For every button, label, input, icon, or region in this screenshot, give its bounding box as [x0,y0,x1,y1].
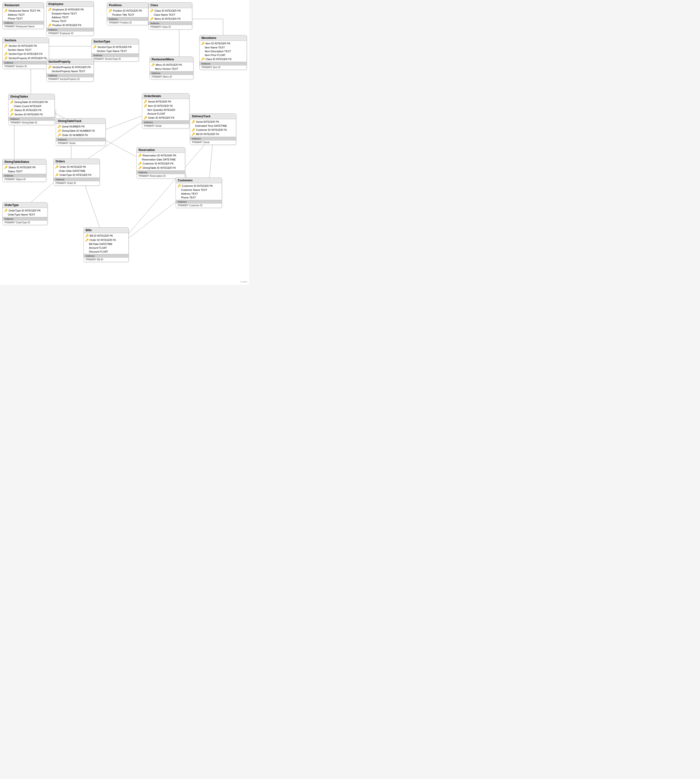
table-row: 🔑Order ID INTEGER PK [53,165,100,169]
indexes-label: Indexes [84,254,128,258]
key-icon: 🔑 [138,166,142,170]
indexes-value: PRIMARY Restaurant Name [3,25,44,29]
table-row: 🔑Section ID INTEGER FK [8,112,54,117]
table-row: 🔑Class ID INTEGER FK [200,57,247,61]
table-row: Phone TEXT [47,19,93,23]
key-icon: 🔑 [57,129,61,132]
entity-bills-header: Bills [84,228,128,233]
entity-orders: Orders 🔑Order ID INTEGER PK Order Date D… [53,158,100,185]
indexes-label: Indexes [148,22,192,25]
key-icon: 🔑 [143,104,147,108]
key-icon: 🔑 [138,154,142,157]
entity-menuitems-body: 🔑Item ID INTEGER PK Item Name TEXT Item … [200,41,247,62]
entity-reservation-body: 🔑Reservation ID INTEGER PK Reservation D… [137,153,185,170]
indexes-label: Indexes [150,71,193,75]
key-icon: 🔑 [138,162,142,165]
table-row: 🔑Reservation ID INTEGER PK [137,153,185,158]
key-icon: 🔑 [4,52,8,55]
entity-deliverytrack-header: DeliveryTrack [190,114,236,119]
diagram-canvas: Restaurant 🔑Restaurant Name TEXT PK Addr… [0,0,249,285]
table-row: Phone TEXT [3,17,44,20]
key-icon: 🔑 [4,44,8,47]
indexes-value: PRIMARY DiningTable ID [8,121,54,125]
key-icon: 🔑 [177,184,181,187]
indexes-label: Indexes [142,120,189,124]
table-row: 🔑Customer ID INTEGER FK [137,162,185,166]
indexes-value: PRIMARY Serial [56,142,105,145]
entity-reservation-header: Reservation [137,147,185,153]
table-row: Section Type Name TEXT [92,49,138,53]
table-row: Emplyee Name TEXT [47,12,93,15]
key-icon: 🔑 [192,120,195,123]
indexes-value: PRIMARY Employee ID [47,32,93,36]
table-row: 🔑DiningTable ID NUMBER FK [56,128,105,133]
entity-restaurant: Restaurant 🔑Restaurant Name TEXT PK Addr… [2,2,44,29]
entity-sectiontype-body: 🔑SectionType ID INTEGER PK Section Type … [92,44,138,53]
table-row: 🔑SectionProperty ID INTEGER FK [3,56,48,60]
entity-deliverytrack-body: 🔑Serial INTEGER PK Estimated Time DATETI… [190,119,236,137]
key-icon: 🔑 [192,132,195,136]
indexes-value: PRIMARY Serial [142,124,189,128]
entity-sectiontype: SectionType 🔑SectionType ID INTEGER PK S… [92,39,139,62]
key-icon: 🔑 [151,63,155,67]
table-row: Address TEXT [47,15,93,19]
key-icon: 🔑 [4,57,8,60]
table-row: Amount FLOAT [84,246,128,250]
entity-ordertype-header: OrderType [3,202,47,208]
key-icon: 🔑 [85,238,89,242]
table-row: Estimated Time DATETIME [190,124,236,128]
entity-class-header: Class [148,3,192,8]
table-row: 🔑SectionType ID INTEGER PK [92,45,138,49]
key-icon: 🔑 [57,125,61,128]
table-row: 🔑Bill ID INTEGER PK [84,234,128,238]
indexes-label: Indexes [3,174,46,178]
indexes-value: PRIMARY SectionType ID [92,57,138,61]
entity-sections: Sections 🔑Section ID INTEGER PK Section … [2,37,49,69]
key-icon: 🔑 [143,100,147,103]
entity-employees-header: Employees [47,2,93,7]
indexes-label: Indexes [200,62,247,65]
indexes-value: PRIMARY Order ID [53,181,100,185]
key-icon: 🔑 [10,100,13,104]
table-row: Address TEXT [176,192,222,195]
table-row: Address TEXT [3,13,44,17]
entity-reservation: Reservation 🔑Reservation ID INTEGER PK R… [137,147,185,178]
entity-restaurantmenu-body: 🔑Menu ID INTEGER PK Menu Version TEXT [150,62,193,71]
entity-orderdetails-header: OrderDetails [142,93,189,99]
table-row: 🔑Menu ID INTEGER FK [148,17,192,21]
table-row: Discount FLOAT [84,250,128,254]
key-icon: 🔑 [93,45,97,48]
entity-restaurantmenu: RestaurantMenu 🔑Menu ID INTEGER PK Menu … [150,57,193,79]
table-row: 🔑Order ID INTEGER FK [84,238,128,242]
key-icon: 🔑 [150,17,153,20]
table-row: 🔑DiningTable ID INTEGER FK [137,166,185,170]
entity-ordertype: OrderType 🔑OrderType ID INTEGER PK Order… [2,202,47,225]
entity-diningtabletrack-body: 🔑Serial NUMBER PK 🔑DiningTable ID NUMBER… [56,124,105,138]
indexes-label: Indexes [92,53,138,57]
indexes-value: PRIMARY Menu ID [150,75,193,79]
key-icon: 🔑 [55,173,58,177]
indexes-value: PRIMARY Status ID [3,178,46,182]
table-row: 🔑Menu ID INTEGER PK [150,63,193,67]
key-icon: 🔑 [48,8,52,11]
table-row: Customer Name TEXT [176,188,222,192]
table-row: 🔑DiningTable ID INTEGER PK [8,100,54,104]
table-row: Item Description TEXT [200,49,247,53]
key-icon: 🔑 [201,57,205,61]
table-row: Status TEXT [3,170,46,173]
entity-sectionproperty: SectionProperty 🔑SectionProperty ID INTE… [46,59,94,82]
entity-menuitems: MenuItems 🔑Item ID INTEGER PK Item Name … [199,35,247,70]
indexes-value: PRIMARY Customer ID [176,204,222,208]
indexes-value: PRIMARY Section ID [3,65,48,68]
table-row: Class Name TEXT [148,13,192,17]
entity-orders-header: Orders [53,159,100,164]
entity-diningtables-header: DiningTables [8,94,54,100]
entity-diningtablestatus: DiningTableStatus 🔑Status ID INTEGER PK … [2,159,46,182]
table-row: Amount FLOAT [142,112,189,115]
key-icon: 🔑 [143,116,147,119]
table-row: 🔑Customer ID INTEGER PK [176,184,222,188]
table-row: 🔑Section ID INTEGER PK [3,44,48,48]
key-icon: 🔑 [48,23,52,27]
table-row: 🔑Serial INTEGER PK [190,120,236,124]
entity-customers-body: 🔑Customer ID INTEGER PK Customer Name TE… [176,183,222,200]
